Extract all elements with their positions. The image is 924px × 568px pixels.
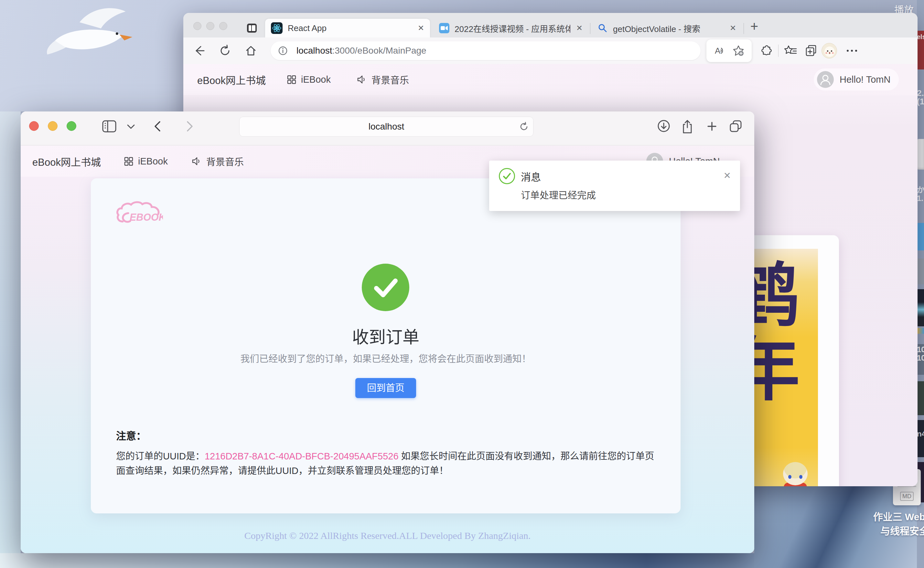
edge-address-bar[interactable]: localhost:3000/eBook/MainPage	[271, 41, 701, 60]
ebook-logo-text: EBOOK	[130, 211, 163, 223]
safari-browser-window: localhost eBoo	[21, 112, 754, 553]
note-paragraph: 您的订单的UUID是：1216D2B7-8A1C-40AD-BFCB-20495…	[116, 449, 662, 478]
tab-overview-icon[interactable]	[729, 119, 743, 133]
success-check-icon	[362, 264, 409, 311]
desktop-thumbnail	[917, 328, 924, 334]
safari-toolbar: localhost	[21, 112, 754, 145]
desktop-wallpaper-left	[0, 112, 21, 568]
edge-toolbar: localhost:3000/eBook/MainPage A	[183, 38, 918, 64]
toolbar-divider	[778, 45, 779, 57]
edge-tab-strip: React App ✕ 2022在线授课视频 - 应用系统体 ✕	[183, 13, 918, 38]
desktop-file-label: か1.	[917, 186, 924, 221]
desktop-thumbnail	[917, 223, 924, 251]
tab-close-icon[interactable]: ✕	[576, 24, 583, 33]
md-badge: MD	[900, 492, 913, 501]
tab-search[interactable]: getObjectVolatile - 搜索 ✕	[592, 19, 742, 38]
nav-item-music[interactable]: 背景音乐	[357, 73, 409, 86]
back-icon[interactable]	[153, 119, 162, 133]
tab-react-app[interactable]: React App ✕	[265, 19, 430, 38]
reading-tools-group: A	[706, 39, 752, 62]
back-home-button[interactable]: 回到首页	[355, 378, 416, 398]
site-brand[interactable]: eBook网上书城	[197, 73, 266, 87]
order-received-card: EBOOK 收到订单 我们已经收到了您的订单，如果已经处理，您将会在此页面收到通…	[91, 178, 680, 514]
tab-divider	[744, 23, 744, 34]
toast-title: 消息	[521, 169, 541, 184]
share-icon[interactable]	[681, 119, 694, 135]
search-icon	[597, 23, 608, 33]
extensions-icon[interactable]	[761, 45, 773, 57]
toast-success-icon	[499, 168, 515, 184]
desktop-file-label: 1010	[917, 344, 924, 375]
user-greeting-pill[interactable]: Hello! TomN	[814, 68, 899, 91]
tab-panel-icon[interactable]	[246, 23, 258, 33]
new-tab-button[interactable]: +	[747, 20, 762, 34]
seagull-illustration	[36, 4, 136, 65]
markdown-file-label[interactable]: 作业三 Websc 与线程安全	[856, 510, 924, 538]
site-info-icon[interactable]	[278, 45, 288, 56]
window-close-button[interactable]	[193, 22, 201, 30]
new-tab-icon[interactable]	[706, 119, 718, 133]
tab-video-course[interactable]: 2022在线授课视频 - 应用系统体 ✕	[433, 19, 588, 38]
favorites-icon[interactable]	[784, 45, 797, 57]
tab-close-icon[interactable]: ✕	[730, 24, 736, 33]
collections-icon[interactable]	[805, 45, 818, 57]
toast-body: 订单处理已经完成	[521, 188, 596, 201]
nav-item-music[interactable]: 背景音乐	[191, 154, 244, 168]
message-toast: 消息 订单处理已经完成 ✕	[489, 160, 740, 211]
speaker-icon	[191, 156, 202, 166]
desktop-thumbnail	[917, 258, 924, 284]
window-minimize-button[interactable]	[206, 22, 214, 30]
page-subtitle: 我们已经收到了您的订单，如果已经处理，您将会在此页面收到通知！	[91, 351, 680, 365]
downloads-icon[interactable]	[657, 119, 671, 133]
nav-item-iebook[interactable]: iEBook	[124, 156, 168, 167]
chibi-character-red	[777, 462, 813, 486]
grid-icon	[124, 156, 133, 166]
add-favorite-icon[interactable]	[732, 45, 745, 57]
chevron-down-icon[interactable]	[127, 124, 135, 130]
ebook-logo: EBOOK	[116, 201, 163, 226]
copyright-footer: CopyRight © 2022 AllRights Reserved.ALL …	[21, 530, 754, 541]
note-title: 注意：	[116, 428, 146, 442]
desktop-file-icon	[917, 139, 924, 170]
safari-address-bar[interactable]: localhost	[239, 116, 533, 137]
desktop-thumbnail	[917, 381, 924, 415]
profile-avatar[interactable]	[821, 43, 837, 59]
speaker-icon	[357, 74, 367, 85]
url-path: :3000/eBook/MainPage	[332, 45, 426, 56]
user-avatar	[817, 71, 834, 88]
toast-close-icon[interactable]: ✕	[724, 170, 731, 181]
desktop-thumbnail	[917, 289, 924, 326]
nav-item-iebook[interactable]: iEBook	[287, 74, 331, 85]
settings-menu-icon[interactable]	[847, 50, 857, 52]
forward-icon[interactable]	[185, 119, 195, 133]
grid-icon	[287, 75, 297, 84]
desktop-file-label: 2.(1	[917, 89, 924, 137]
back-icon[interactable]	[193, 45, 205, 57]
window-close-button[interactable]	[29, 121, 39, 131]
window-minimize-button[interactable]	[48, 121, 58, 131]
window-zoom-button[interactable]	[219, 22, 227, 30]
sidebar-icon[interactable]	[101, 119, 117, 133]
order-uuid: 1216D2B7-8A1C-40AD-BFCB-20495AAF5526	[204, 451, 398, 461]
desktop: 播放 els 2.(1 か1. 1010 n4 MD 作业三 Websc 与线程…	[0, 0, 924, 568]
svg-text:A: A	[715, 46, 721, 56]
read-aloud-icon[interactable]: A	[713, 45, 725, 57]
refresh-icon[interactable]	[219, 45, 231, 57]
video-icon	[439, 23, 449, 33]
tab-close-icon[interactable]: ✕	[418, 24, 424, 33]
react-icon	[271, 22, 283, 34]
reload-icon[interactable]	[519, 122, 529, 131]
desktop-file-label: n4	[917, 420, 924, 457]
home-icon[interactable]	[245, 45, 257, 57]
site-brand[interactable]: eBook网上书城	[32, 154, 101, 169]
window-zoom-button[interactable]	[67, 121, 76, 131]
site-navbar: eBook网上书城 iEBook 背景音乐	[183, 64, 918, 95]
desktop-thumbnail: els	[917, 31, 924, 69]
page-title: 收到订单	[91, 324, 680, 348]
url-host: localhost	[297, 45, 332, 56]
